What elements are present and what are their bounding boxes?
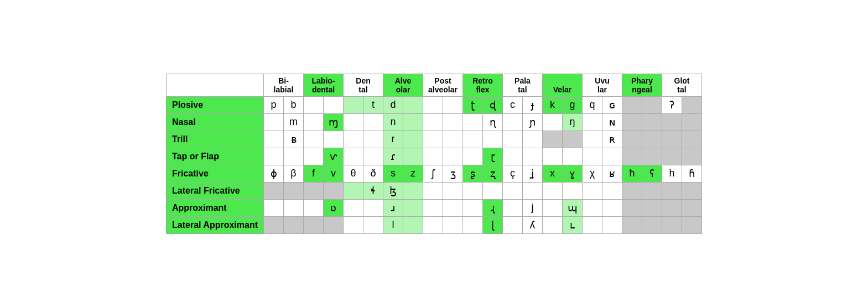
- cell-7-19: [642, 216, 662, 233]
- cell-1-14: [543, 113, 563, 131]
- cell-3-17: [602, 148, 622, 165]
- cell-7-16: [583, 216, 602, 233]
- cell-3-15: [563, 148, 583, 165]
- cell-4-3: v: [324, 165, 344, 182]
- cell-0-1: b: [284, 96, 304, 113]
- cell-4-18: ħ: [622, 165, 642, 182]
- cell-0-4: [344, 96, 363, 113]
- col-header-0: Bi-labial: [264, 74, 304, 96]
- cell-2-2: [304, 131, 324, 148]
- table-row: Plosivepbtdʈɖcɟkgqɢʔ: [167, 96, 702, 113]
- cell-7-4: [344, 216, 363, 233]
- cell-0-0: p: [264, 96, 284, 113]
- cell-5-8: [423, 182, 443, 199]
- cell-3-12: [503, 148, 523, 165]
- cell-2-0: [264, 131, 284, 148]
- corner-cell: [167, 74, 264, 96]
- row-header-0: Plosive: [167, 96, 264, 113]
- cell-4-13: ʝ: [523, 165, 543, 182]
- cell-2-15: [563, 131, 583, 148]
- cell-1-21: [682, 113, 702, 131]
- cell-1-5: [363, 113, 383, 131]
- cell-0-3: [324, 96, 344, 113]
- cell-7-1: [284, 216, 304, 233]
- cell-7-11: ɭ: [483, 216, 503, 233]
- cell-4-11: ʐ: [483, 165, 503, 182]
- cell-5-11: [483, 182, 503, 199]
- cell-6-1: [284, 199, 304, 216]
- cell-4-21: ɦ: [682, 165, 702, 182]
- cell-6-9: [443, 199, 463, 216]
- col-header-8: Uvular: [583, 74, 622, 96]
- cell-3-8: [423, 148, 443, 165]
- cell-2-19: [642, 131, 662, 148]
- cell-1-1: m: [284, 113, 304, 131]
- col-header-2: Dental: [344, 74, 383, 96]
- cell-0-10: ʈ: [463, 96, 483, 113]
- cell-0-20: ʔ: [662, 96, 682, 113]
- cell-1-8: [423, 113, 443, 131]
- cell-4-19: ʕ: [642, 165, 662, 182]
- cell-4-4: θ: [344, 165, 363, 182]
- cell-1-18: [622, 113, 642, 131]
- cell-2-17: ʀ: [602, 131, 622, 148]
- cell-5-4: [344, 182, 363, 199]
- cell-7-15: ʟ: [563, 216, 583, 233]
- col-header-4: Postalveolar: [423, 74, 463, 96]
- cell-6-13: j: [523, 199, 543, 216]
- cell-6-20: [662, 199, 682, 216]
- cell-2-16: [583, 131, 602, 148]
- col-header-7: Velar: [543, 74, 583, 96]
- cell-6-11: ɻ: [483, 199, 503, 216]
- cell-5-9: [443, 182, 463, 199]
- cell-0-5: t: [363, 96, 383, 113]
- cell-2-18: [622, 131, 642, 148]
- cell-5-20: [662, 182, 682, 199]
- cell-7-14: [543, 216, 563, 233]
- cell-3-19: [642, 148, 662, 165]
- cell-5-6: ɮ: [383, 182, 403, 199]
- cell-6-19: [642, 199, 662, 216]
- cell-1-13: ɲ: [523, 113, 543, 131]
- cell-1-0: [264, 113, 284, 131]
- ipa-consonants-table: Bi-labialLabio-dentalDentalAlveolarPosta…: [166, 74, 702, 234]
- cell-5-13: [523, 182, 543, 199]
- row-header-2: Trill: [167, 131, 264, 148]
- cell-5-10: [463, 182, 483, 199]
- cell-2-11: [483, 131, 503, 148]
- cell-1-17: ɴ: [602, 113, 622, 131]
- cell-4-9: ʒ: [443, 165, 463, 182]
- cell-7-18: [622, 216, 642, 233]
- cell-4-20: h: [662, 165, 682, 182]
- cell-0-21: [682, 96, 702, 113]
- cell-7-13: ʎ: [523, 216, 543, 233]
- table-row: Nasalmɱnɳɲŋɴ: [167, 113, 702, 131]
- cell-3-18: [622, 148, 642, 165]
- cell-5-7: [403, 182, 423, 199]
- col-header-1: Labio-dental: [304, 74, 344, 96]
- col-header-10: Glottal: [662, 74, 702, 96]
- cell-5-12: [503, 182, 523, 199]
- cell-4-6: s: [383, 165, 403, 182]
- cell-0-13: ɟ: [523, 96, 543, 113]
- cell-5-21: [682, 182, 702, 199]
- table-row: Lateral Approximantlɭʎʟ: [167, 216, 702, 233]
- cell-6-12: [503, 199, 523, 216]
- cell-2-4: [344, 131, 363, 148]
- col-header-5: Retroflex: [463, 74, 503, 96]
- cell-2-7: [403, 131, 423, 148]
- cell-2-8: [423, 131, 443, 148]
- cell-3-20: [662, 148, 682, 165]
- row-header-3: Tap or Flap: [167, 148, 264, 165]
- cell-4-5: ð: [363, 165, 383, 182]
- cell-2-3: [324, 131, 344, 148]
- cell-7-12: [503, 216, 523, 233]
- cell-5-2: [304, 182, 324, 199]
- cell-1-12: [503, 113, 523, 131]
- cell-0-6: d: [383, 96, 403, 113]
- cell-5-14: [543, 182, 563, 199]
- cell-6-16: [583, 199, 602, 216]
- cell-1-19: [642, 113, 662, 131]
- cell-6-2: [304, 199, 324, 216]
- cell-3-0: [264, 148, 284, 165]
